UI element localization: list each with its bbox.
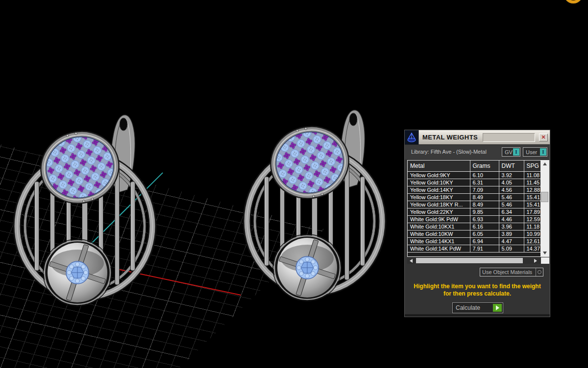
chevron-up-icon (543, 162, 547, 165)
scroll-down-button[interactable] (540, 250, 549, 256)
calculate-button[interactable]: Calculate (452, 302, 503, 313)
table-row[interactable]: White Gold:10KW 6.05 3.89 10.99 (408, 230, 540, 237)
scale-icon (405, 130, 419, 144)
gv-button[interactable]: GV I (502, 147, 520, 157)
table-row[interactable]: Yellow Gold:9KY 6.10 3.92 11.08 (408, 171, 540, 179)
materials-dropdown-value: Use Object Materials (480, 269, 536, 275)
vertical-scrollbar[interactable] (540, 161, 549, 256)
materials-dropdown[interactable]: Use Object Materials (480, 268, 543, 276)
earring-model-right[interactable] (244, 110, 386, 304)
calculate-run-icon[interactable] (492, 303, 502, 312)
instruction-text: Highlight the item you want to find the … (405, 283, 550, 298)
metal-weights-table: Metal Grams DWT SPG Yellow Gold:9KY 6.10… (407, 160, 549, 257)
scrollbar-corner (541, 257, 549, 264)
user-button[interactable]: User I (523, 147, 547, 157)
table-row[interactable]: Yellow Gold:18KY R... 8.49 5.46 15.41 (408, 201, 540, 208)
table-row[interactable]: Yellow Gold:18KY 8.49 5.46 15.41 (408, 193, 540, 201)
col-header-grams[interactable]: Grams (470, 161, 499, 171)
table-row[interactable]: White Gold:9K PdW 6.93 4.46 12.59 (408, 215, 540, 223)
application-window: METAL WEIGHTS ✕ Library: Fifth Ave - (Sl… (0, 0, 588, 368)
col-header-metal[interactable]: Metal (408, 161, 470, 171)
col-header-spg[interactable]: SPG (524, 161, 540, 171)
close-icon: ✕ (541, 134, 545, 140)
metal-weights-dialog: METAL WEIGHTS ✕ Library: Fifth Ave - (Sl… (404, 130, 550, 317)
col-header-dwt[interactable]: DWT (499, 161, 524, 171)
table-row[interactable]: White Gold:14KX1 6.94 4.47 12.61 (408, 237, 540, 245)
chevron-right-icon (534, 259, 537, 263)
dropdown-indicator-icon[interactable] (536, 268, 543, 276)
table-row[interactable]: White Gold:10KX1 6.16 3.96 11.18 (408, 223, 540, 230)
dialog-title: METAL WEIGHTS (419, 134, 478, 141)
scroll-left-button[interactable] (407, 257, 415, 264)
table-row[interactable]: Yellow Gold:14KY 7.09 4.56 12.88 (408, 186, 540, 193)
chevron-down-icon (543, 252, 547, 254)
library-bar: Library: Fifth Ave - (Slow)-Metal GV I U… (405, 145, 550, 159)
table-row[interactable]: White Gold:14K PdW 7.91 5.09 14.37 (408, 245, 540, 252)
horizontal-scroll-thumb[interactable] (416, 258, 523, 263)
table-header-row: Metal Grams DWT SPG (408, 161, 540, 171)
dialog-bottom-edge (405, 314, 550, 317)
earring-model-left[interactable] (14, 115, 156, 309)
vertical-scroll-thumb[interactable] (541, 192, 548, 202)
table-row[interactable]: Yellow Gold:10KY 6.31 4.05 11.45 (408, 179, 540, 186)
scroll-right-button[interactable] (532, 257, 539, 264)
scroll-up-button[interactable] (540, 161, 549, 167)
table-row[interactable]: Yellow Gold:22KY 9.85 6.34 17.89 (408, 208, 540, 215)
calculate-label: Calculate (453, 304, 492, 311)
chevron-left-icon (410, 259, 413, 263)
user-toggle-icon[interactable]: I (540, 148, 546, 156)
dialog-titlebar[interactable]: METAL WEIGHTS ✕ (405, 130, 550, 145)
close-button[interactable]: ✕ (539, 134, 548, 141)
library-label: Library: Fifth Ave - (Slow)-Metal (411, 149, 487, 155)
horizontal-scrollbar[interactable] (407, 257, 541, 264)
gv-toggle-icon[interactable]: I (513, 148, 519, 156)
play-icon (496, 305, 499, 310)
titlebar-groove (483, 133, 535, 142)
